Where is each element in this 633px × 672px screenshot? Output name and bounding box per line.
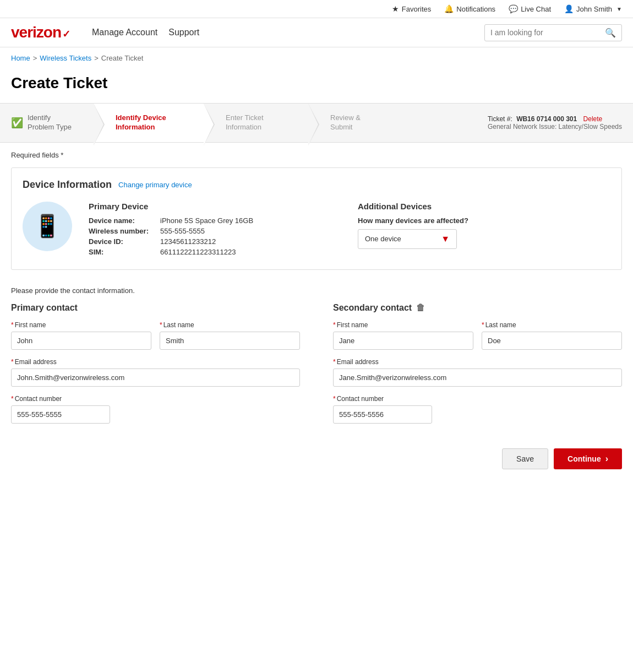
sim-value: 6611122211223311223 [160, 248, 236, 256]
device-icon-area: 📱 [23, 202, 72, 251]
device-card-title: Device Information [23, 179, 112, 191]
contact-columns: Primary contact *First name *Last name [11, 303, 622, 432]
checkmark-icon: ✅ [11, 117, 23, 129]
secondary-phone-input[interactable] [333, 405, 432, 424]
search-input[interactable] [490, 28, 605, 37]
notifications-label: Notifications [456, 5, 495, 13]
wireless-number-row: Wireless number: 555-555-5555 [89, 227, 341, 235]
secondary-first-name-input[interactable] [333, 332, 473, 350]
step4-line2: Submit [330, 123, 352, 131]
arrow-icon: › [605, 454, 608, 464]
secondary-contact-column: Secondary contact 🗑 *First name *Last na… [333, 303, 622, 432]
step-identify-device[interactable]: Identify Device Information [94, 104, 204, 142]
dropdown-value: One device [365, 235, 401, 243]
notifications-link[interactable]: 🔔 Notifications [444, 4, 495, 13]
secondary-last-name-field: *Last name [482, 321, 622, 350]
step3-line1: Enter Ticket [226, 113, 264, 122]
device-id-value: 12345611233212 [160, 237, 216, 246]
required-note: Required fields * [11, 151, 622, 159]
continue-button[interactable]: Continue › [554, 448, 622, 469]
secondary-email-field: *Email address [333, 358, 622, 387]
primary-contact-title: Primary contact [11, 303, 300, 313]
step1-line1: Identify [28, 113, 51, 122]
search-area[interactable]: 🔍 [484, 24, 622, 41]
chevron-down-icon: ▼ [441, 234, 450, 244]
secondary-last-name-input[interactable] [482, 332, 622, 350]
primary-first-name-label: *First name [11, 321, 151, 329]
breadcrumb-wireless-tickets[interactable]: Wireless Tickets [40, 54, 91, 62]
secondary-last-name-label: *Last name [482, 321, 622, 329]
devices-dropdown[interactable]: One device ▼ [358, 229, 457, 249]
phone-icon: 📱 [34, 213, 61, 239]
main-content: Required fields * Device Information Cha… [0, 143, 633, 486]
breadcrumb-home[interactable]: Home [11, 54, 30, 62]
primary-device-title: Primary Device [89, 202, 341, 211]
top-bar: ★ Favorites 🔔 Notifications 💬 Live Chat … [0, 0, 633, 18]
manage-account-link[interactable]: Manage Account [92, 28, 157, 37]
device-body: 📱 Primary Device Device name: iPhone 5S … [23, 202, 610, 258]
chevron-down-icon: ▼ [616, 6, 622, 12]
steps-bar: ✅ Identify Problem Type Identify Device … [0, 103, 633, 143]
step1-line2: Problem Type [28, 123, 72, 131]
favorites-link[interactable]: ★ Favorites [392, 4, 431, 13]
livechat-link[interactable]: 💬 Live Chat [509, 4, 551, 13]
change-primary-device-link[interactable]: Change primary device [118, 181, 192, 189]
user-name: John Smith [576, 5, 612, 13]
ticket-number: WB16 0714 000 301 [516, 115, 577, 123]
device-id-label: Device ID: [89, 237, 160, 246]
step3-arrow [308, 104, 318, 145]
ticket-label: Ticket #: [488, 115, 512, 123]
wireless-number-value: 555-555-5555 [160, 227, 205, 235]
save-button[interactable]: Save [502, 448, 548, 469]
secondary-first-name-field: *First name [333, 321, 473, 350]
device-name-row: Device name: iPhone 5S Space Grey 16GB [89, 216, 341, 225]
primary-last-name-field: *Last name [160, 321, 300, 350]
user-menu[interactable]: 👤 John Smith ▼ [564, 4, 622, 13]
delete-secondary-icon[interactable]: 🗑 [416, 303, 425, 313]
sim-label: SIM: [89, 248, 160, 256]
secondary-email-label: *Email address [333, 358, 622, 366]
step2-text: Identify Device Information [116, 113, 166, 132]
favorites-label: Favorites [402, 5, 431, 13]
user-icon: 👤 [564, 4, 574, 13]
secondary-email-input[interactable] [333, 368, 622, 387]
step2-arrow [204, 104, 214, 145]
step-review-submit[interactable]: Review & Submit [308, 104, 396, 142]
breadcrumb-sep1: > [33, 54, 37, 62]
additional-devices: Additional Devices How many devices are … [358, 202, 610, 249]
step-enter-ticket[interactable]: Enter Ticket Information [204, 104, 308, 142]
step-identify-problem[interactable]: ✅ Identify Problem Type [0, 104, 94, 142]
ticket-number-line: Ticket #: WB16 0714 000 301 Delete [488, 115, 622, 123]
step4-line1: Review & [330, 113, 361, 122]
breadcrumb-sep2: > [94, 54, 99, 62]
ticket-info: Ticket #: WB16 0714 000 301 Delete Gener… [477, 104, 633, 142]
search-icon[interactable]: 🔍 [605, 28, 616, 38]
livechat-label: Live Chat [521, 5, 551, 13]
primary-phone-field: *Contact number [11, 395, 300, 424]
support-link[interactable]: Support [168, 28, 199, 37]
verizon-logo: verizon✓ [11, 24, 70, 41]
primary-email-input[interactable] [11, 368, 300, 387]
step2-line2: Information [116, 123, 155, 131]
device-name-value: iPhone 5S Space Grey 16GB [160, 216, 253, 225]
wireless-number-label: Wireless number: [89, 227, 160, 235]
primary-first-name-field: *First name [11, 321, 151, 350]
breadcrumb: Home > Wireless Tickets > Create Ticket [0, 47, 633, 69]
bell-icon: 🔔 [444, 4, 454, 13]
contact-note: Please provide the contact information. [11, 286, 622, 295]
secondary-phone-label: *Contact number [333, 395, 622, 403]
primary-device-info: Primary Device Device name: iPhone 5S Sp… [89, 202, 341, 258]
device-card: Device Information Change primary device… [11, 167, 622, 270]
primary-first-name-input[interactable] [11, 332, 151, 350]
primary-last-name-label: *Last name [160, 321, 300, 329]
delete-link[interactable]: Delete [583, 115, 603, 123]
step1-arrow [94, 104, 103, 145]
breadcrumb-current: Create Ticket [101, 54, 144, 62]
secondary-name-row: *First name *Last name [333, 321, 622, 350]
primary-phone-input[interactable] [11, 405, 110, 424]
secondary-contact-title: Secondary contact 🗑 [333, 303, 622, 313]
additional-devices-title: Additional Devices [358, 202, 610, 211]
step3-text: Enter Ticket Information [226, 113, 264, 132]
device-card-header: Device Information Change primary device [23, 179, 610, 191]
primary-last-name-input[interactable] [160, 332, 300, 350]
